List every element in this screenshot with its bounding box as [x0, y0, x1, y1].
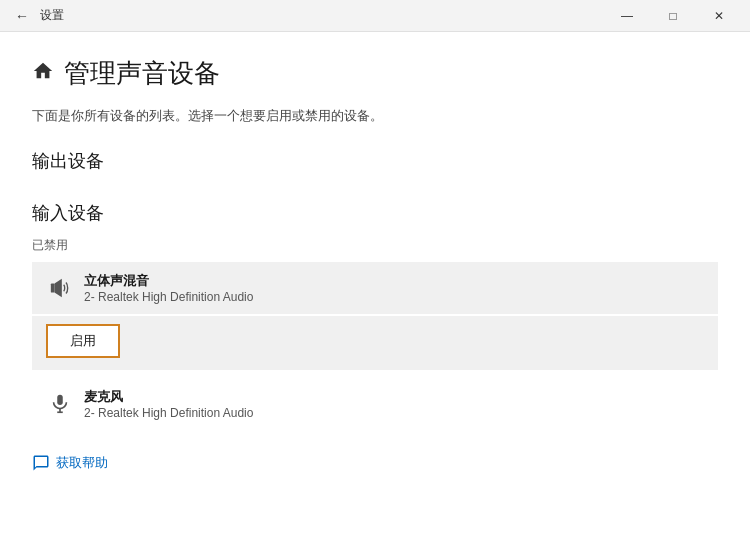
enable-btn-container: 启用	[32, 316, 718, 370]
minimize-button[interactable]: —	[604, 0, 650, 32]
page-title: 管理声音设备	[64, 56, 220, 91]
enable-button[interactable]: 启用	[46, 324, 120, 358]
maximize-button[interactable]: □	[650, 0, 696, 32]
disabled-label: 已禁用	[32, 237, 718, 254]
device-item-mic: 麦克风 2- Realtek High Definition Audio	[32, 378, 718, 430]
device-name-mic: 麦克风	[84, 388, 253, 406]
device-info-mic: 麦克风 2- Realtek High Definition Audio	[84, 388, 253, 420]
output-section-title: 输出设备	[32, 149, 718, 173]
titlebar-title: 设置	[40, 7, 64, 24]
window-controls: — □ ✕	[604, 0, 742, 32]
page-description: 下面是你所有设备的列表。选择一个想要启用或禁用的设备。	[32, 107, 718, 125]
device-info-stereo: 立体声混音 2- Realtek High Definition Audio	[84, 272, 253, 304]
help-label: 获取帮助	[56, 454, 108, 472]
help-icon	[32, 454, 50, 472]
device-sub-stereo: 2- Realtek High Definition Audio	[84, 290, 253, 304]
svg-rect-0	[51, 283, 55, 292]
device-sub-mic: 2- Realtek High Definition Audio	[84, 406, 253, 420]
input-section: 输入设备 已禁用 立体声混音 2- Realtek High Definitio…	[32, 201, 718, 430]
main-content: 管理声音设备 下面是你所有设备的列表。选择一个想要启用或禁用的设备。 输出设备 …	[0, 32, 750, 537]
close-button[interactable]: ✕	[696, 0, 742, 32]
page-header: 管理声音设备	[32, 56, 718, 91]
input-section-title: 输入设备	[32, 201, 718, 225]
mic-icon	[46, 390, 74, 418]
help-link[interactable]: 获取帮助	[32, 454, 718, 472]
home-icon	[32, 60, 54, 87]
device-item-stereo: 立体声混音 2- Realtek High Definition Audio	[32, 262, 718, 314]
titlebar: ← 设置 — □ ✕	[0, 0, 750, 32]
svg-rect-1	[57, 395, 63, 405]
device-name-stereo: 立体声混音	[84, 272, 253, 290]
output-section: 输出设备	[32, 149, 718, 173]
back-button[interactable]: ←	[8, 2, 36, 30]
speaker-icon	[46, 274, 74, 302]
